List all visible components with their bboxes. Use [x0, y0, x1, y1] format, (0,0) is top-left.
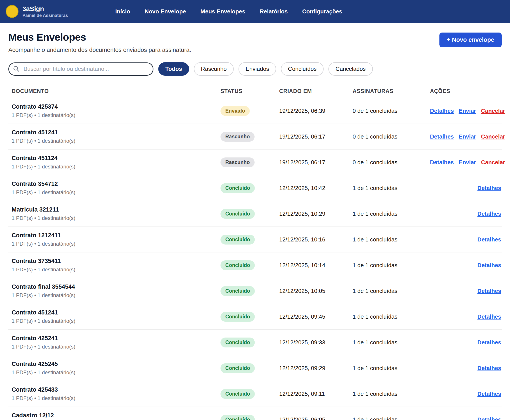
action-detalhes[interactable]: Detalhes: [477, 365, 501, 372]
status-badge: Enviado: [221, 106, 250, 116]
nav-item-inicio[interactable]: Início: [115, 8, 130, 15]
created-at: 12/12/2025, 10:42: [279, 185, 353, 192]
nav-item-novo-envelope[interactable]: Novo Envelope: [145, 8, 186, 15]
nav-item-meus-envelopes[interactable]: Meus Envelopes: [200, 8, 245, 15]
status-badge: Concluído: [221, 183, 255, 193]
action-detalhes[interactable]: Detalhes: [477, 416, 501, 420]
status-badge: Concluído: [221, 235, 255, 245]
document-meta: 1 PDF(s) • 1 destinatário(s): [8, 267, 221, 273]
action-detalhes[interactable]: Detalhes: [477, 313, 501, 320]
filter-pill-enviados[interactable]: Enviados: [238, 62, 276, 76]
document-title: Contrato 451124: [8, 155, 221, 162]
document-title: Contrato 354712: [8, 180, 221, 187]
envelope-row: Contrato final 35545441 PDF(s) • 1 desti…: [8, 278, 502, 304]
envelope-row: Contrato 4512411 PDF(s) • 1 destinatário…: [8, 124, 502, 150]
action-detalhes[interactable]: Detalhes: [430, 159, 454, 166]
envelope-row: Matricula 3212111 PDF(s) • 1 destinatári…: [8, 201, 502, 227]
column-header-acoes: AÇÕES: [430, 88, 502, 94]
status-badge: Concluído: [221, 415, 255, 420]
action-detalhes[interactable]: Detalhes: [477, 210, 501, 217]
brand: 3aSign Painel de Assinaturas: [22, 5, 68, 18]
action-detalhes[interactable]: Detalhes: [477, 390, 501, 397]
search-input[interactable]: [8, 62, 154, 76]
created-at: 12/12/2025, 10:29: [279, 210, 353, 217]
created-at: 12/12/2025, 10:14: [279, 262, 353, 269]
actions-cell: Detalhes: [430, 365, 502, 372]
signatures-count: 1 de 1 concluídas: [353, 365, 430, 372]
filter-pill-todos[interactable]: Todos: [158, 62, 189, 76]
created-at: 19/12/2025, 06:39: [279, 107, 353, 114]
nav-menu: InícioNovo EnvelopeMeus EnvelopesRelatór…: [115, 8, 342, 15]
actions-cell: Detalhes: [430, 210, 502, 217]
actions-cell: Detalhes: [430, 313, 502, 320]
document-title: Contrato 425433: [8, 386, 221, 393]
document-meta: 1 PDF(s) • 1 destinatário(s): [8, 215, 221, 221]
action-detalhes[interactable]: Detalhes: [430, 133, 454, 140]
brand-name: 3aSign: [22, 5, 68, 12]
signatures-count: 0 de 1 concluídas: [353, 159, 430, 166]
signatures-count: 1 de 1 concluídas: [353, 288, 430, 294]
document-meta: 1 PDF(s) • 1 destinatário(s): [8, 112, 221, 118]
filter-pill-concluidos[interactable]: Concluídos: [281, 62, 324, 76]
status-badge: Concluído: [221, 209, 255, 219]
action-detalhes[interactable]: Detalhes: [477, 288, 501, 294]
signatures-count: 1 de 1 concluídas: [353, 339, 430, 346]
document-cell: Contrato 4252411 PDF(s) • 1 destinatário…: [8, 335, 221, 350]
action-enviar[interactable]: Enviar: [458, 107, 476, 114]
action-detalhes[interactable]: Detalhes: [477, 262, 501, 269]
document-title: Contrato 451241: [8, 309, 221, 316]
nav-item-relatorios[interactable]: Relatórios: [260, 8, 288, 15]
created-at: 12/12/2025, 09:11: [279, 390, 353, 397]
document-meta: 1 PDF(s) • 1 destinatário(s): [8, 164, 221, 170]
new-envelope-button[interactable]: + Novo envelope: [439, 33, 502, 47]
document-cell: Contrato 4252451 PDF(s) • 1 destinatário…: [8, 361, 221, 375]
created-at: 19/12/2025, 06:17: [279, 159, 353, 166]
column-header-documento: DOCUMENTO: [8, 88, 221, 94]
envelope-row: Contrato 4512411 PDF(s) • 1 destinatário…: [8, 304, 502, 330]
action-cancelar[interactable]: Cancelar: [481, 159, 505, 166]
action-detalhes[interactable]: Detalhes: [477, 236, 501, 243]
envelope-row: Contrato 12124111 PDF(s) • 1 destinatári…: [8, 227, 502, 252]
action-cancelar[interactable]: Cancelar: [481, 107, 505, 114]
status-badge: Concluído: [221, 260, 255, 270]
signatures-count: 0 de 1 concluídas: [353, 133, 430, 140]
document-title: Contrato 425241: [8, 335, 221, 342]
status-cell: Concluído: [221, 415, 279, 420]
action-detalhes[interactable]: Detalhes: [477, 339, 501, 346]
envelope-row: Contrato 4252411 PDF(s) • 1 destinatário…: [8, 330, 502, 355]
action-enviar[interactable]: Enviar: [458, 159, 476, 166]
created-at: 12/12/2025, 09:29: [279, 365, 353, 372]
action-enviar[interactable]: Enviar: [458, 133, 476, 140]
filter-pill-rascunho[interactable]: Rascunho: [194, 62, 234, 76]
document-meta: 1 PDF(s) • 1 destinatário(s): [8, 292, 221, 298]
actions-cell: Detalhes: [430, 288, 502, 294]
status-cell: Concluído: [221, 312, 279, 322]
action-cancelar[interactable]: Cancelar: [481, 133, 505, 140]
status-badge: Concluído: [221, 286, 255, 296]
envelope-row: Contrato 3547121 PDF(s) • 1 destinatário…: [8, 175, 502, 201]
status-badge: Concluído: [221, 338, 255, 347]
status-cell: Enviado: [221, 106, 279, 116]
document-title: Contrato 425374: [8, 103, 221, 110]
nav-item-configuracoes[interactable]: Configurações: [302, 8, 342, 15]
filter-pill-cancelados[interactable]: Cancelados: [328, 62, 373, 76]
action-detalhes[interactable]: Detalhes: [477, 185, 501, 192]
document-title: Matricula 321211: [8, 206, 221, 213]
status-cell: Concluído: [221, 209, 279, 219]
document-cell: Contrato 12124111 PDF(s) • 1 destinatári…: [8, 232, 221, 247]
action-detalhes[interactable]: Detalhes: [430, 107, 454, 114]
document-title: Contrato final 3554544: [8, 284, 221, 290]
document-cell: Contrato 4512411 PDF(s) • 1 destinatário…: [8, 129, 221, 144]
status-cell: Concluído: [221, 286, 279, 296]
search-box: [8, 62, 154, 76]
signatures-count: 1 de 1 concluídas: [353, 236, 430, 243]
status-badge: Rascunho: [221, 132, 255, 142]
status-cell: Concluído: [221, 183, 279, 193]
actions-cell: Detalhes: [430, 236, 502, 243]
app-logo-icon: [6, 5, 18, 18]
status-cell: Concluído: [221, 260, 279, 270]
page-header-text: Meus Envelopes Acompanhe o andamento dos…: [8, 31, 191, 53]
document-title: Contrato 1212411: [8, 232, 221, 239]
actions-cell: DetalhesEnviarCancelar: [430, 107, 506, 114]
document-meta: 1 PDF(s) • 1 destinatário(s): [8, 344, 221, 350]
